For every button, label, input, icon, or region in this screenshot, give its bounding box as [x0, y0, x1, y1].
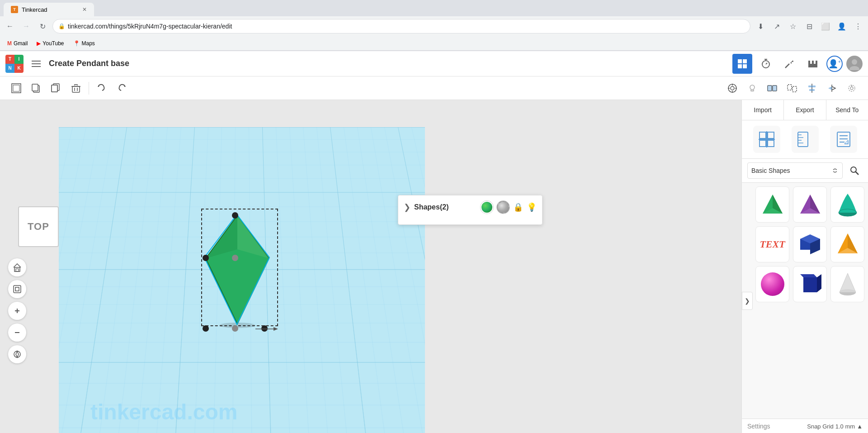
carousel-prev-btn[interactable]: ❯ [742, 292, 753, 310]
canvas-area[interactable]: TOP [0, 100, 741, 433]
handle-bot-center[interactable] [232, 325, 238, 332]
grid-view-btn[interactable] [732, 54, 752, 74]
light-toggle-btn[interactable]: 💡 [527, 202, 537, 212]
svg-marker-67 [274, 327, 278, 331]
duplicate-btn[interactable] [47, 79, 65, 97]
share-btn[interactable]: ↗ [770, 20, 783, 33]
ruler-icon [797, 131, 813, 148]
shapes-library-label: Basic Shapes [751, 167, 831, 174]
diamond-shape-container[interactable] [194, 209, 285, 335]
top-view-indicator[interactable]: TOP [14, 200, 63, 254]
tinkercad-logo[interactable]: T I N K [5, 55, 24, 73]
settings-text: Settings [747, 423, 770, 430]
shape-pyramid-yellow[interactable] [830, 226, 864, 262]
sendto-btn[interactable]: Send To [826, 100, 868, 120]
main-content: TOP [0, 100, 868, 433]
browser-chrome: T Tinkercad ✕ ← → ↻ 🔒 tinkercad.com/thin… [0, 0, 868, 51]
flip-btn[interactable] [823, 79, 841, 97]
delete-btn[interactable] [67, 79, 85, 97]
search-btn[interactable] [846, 162, 863, 179]
camera-target-btn[interactable] [723, 79, 741, 97]
home-icon [13, 263, 22, 272]
panel-icons [742, 120, 868, 159]
separator-1 [89, 82, 89, 95]
new-plane-btn[interactable] [7, 79, 25, 97]
notes-panel-btn[interactable] [830, 126, 857, 153]
shape-pyramid-purple[interactable] [793, 186, 827, 223]
svg-point-49 [850, 87, 853, 90]
magnet-btn[interactable] [843, 79, 861, 97]
back-btn[interactable]: ← [4, 20, 16, 33]
address-bar[interactable]: 🔒 tinkercad.com/things/5kRjruN4m7g-spect… [52, 19, 750, 33]
shape-box-darkblue[interactable] [793, 266, 827, 302]
rotation-handle[interactable] [255, 325, 283, 334]
lock-btn[interactable]: 🔒 [513, 202, 523, 212]
svg-line-8 [785, 64, 789, 68]
zoom-out-btn[interactable] [8, 324, 26, 342]
ungroup-btn[interactable] [783, 79, 801, 97]
grid-panel-btn[interactable] [753, 126, 780, 153]
svg-point-17 [852, 59, 857, 65]
browser-tab[interactable]: T Tinkercad ✕ [4, 3, 94, 16]
reload-btn[interactable]: ↻ [36, 20, 49, 33]
more-btn[interactable]: ⋮ [852, 20, 864, 33]
bookmark-youtube[interactable]: ▶ YouTube [33, 38, 67, 48]
handle-bot-left[interactable] [203, 325, 209, 332]
add-user-btn[interactable]: 👤+ [826, 56, 843, 72]
fit-view-btn[interactable] [8, 280, 26, 298]
shape-panel: ❯ Shapes(2) 🔒 💡 [398, 195, 542, 225]
toolbar [0, 76, 868, 100]
bookmark-btn[interactable]: ☆ [787, 20, 799, 33]
shape-pyramid-green[interactable] [755, 186, 789, 223]
avatar[interactable] [846, 56, 863, 72]
undo-btn[interactable] [93, 79, 111, 97]
view-cube[interactable]: TOP [18, 206, 59, 247]
group-btn[interactable] [763, 79, 781, 97]
window-btn[interactable]: ⬜ [819, 20, 832, 33]
import-btn[interactable]: Import [742, 100, 784, 120]
color-hole-btn[interactable] [497, 201, 509, 214]
pickaxe-btn[interactable] [779, 54, 799, 74]
export-btn[interactable]: Export [784, 100, 826, 120]
forward-btn[interactable]: → [20, 20, 33, 33]
handle-mid-left[interactable] [203, 255, 209, 261]
zoom-in-btn[interactable] [8, 302, 26, 320]
home-view-btn[interactable] [8, 258, 26, 276]
timer-btn[interactable] [756, 54, 776, 74]
orientation-btn[interactable] [8, 345, 26, 363]
shape-box-blue[interactable] [793, 226, 827, 262]
light-btn[interactable] [743, 79, 761, 97]
tab-close[interactable]: ✕ [82, 6, 87, 13]
svg-rect-42 [788, 85, 792, 90]
shape-cone-teal[interactable] [830, 186, 864, 223]
tab-search-btn[interactable]: ⊟ [803, 20, 816, 33]
panel-actions: Import Export Send To [742, 100, 868, 120]
left-tools [8, 258, 26, 363]
handle-top-center[interactable] [232, 212, 238, 219]
snap-grid-btn[interactable]: 1.0 mm ▲ [835, 423, 863, 430]
svg-rect-53 [14, 267, 20, 271]
profile-btn[interactable]: 👤 [835, 20, 848, 33]
menu-line-1 [32, 61, 41, 62]
download-btn[interactable]: ⬇ [754, 20, 767, 33]
svg-point-60 [14, 351, 20, 357]
menu-btn[interactable] [29, 57, 43, 71]
snap-grid: Snap Grid 1.0 mm ▲ [807, 423, 863, 430]
castle-btn[interactable] [803, 54, 823, 74]
align-btn[interactable] [803, 79, 821, 97]
ruler-panel-btn[interactable] [792, 126, 819, 153]
shape-sphere-pink[interactable] [755, 266, 789, 302]
shape-cone-white[interactable] [830, 266, 864, 302]
maps-icon: 📍 [73, 40, 80, 47]
svg-rect-0 [738, 59, 742, 63]
redo-btn[interactable] [113, 79, 131, 97]
collapse-btn[interactable]: ❯ [404, 202, 410, 212]
copy-btn[interactable] [27, 79, 45, 97]
handle-mid-center[interactable] [232, 255, 238, 261]
bookmark-maps[interactable]: 📍 Maps [70, 38, 99, 48]
view-cube-label: TOP [28, 221, 49, 233]
svg-rect-74 [798, 132, 808, 147]
color-solid-btn[interactable] [481, 201, 493, 214]
bookmark-gmail[interactable]: M Gmail [4, 38, 31, 48]
shape-text-3d[interactable]: TEXT [755, 226, 789, 262]
